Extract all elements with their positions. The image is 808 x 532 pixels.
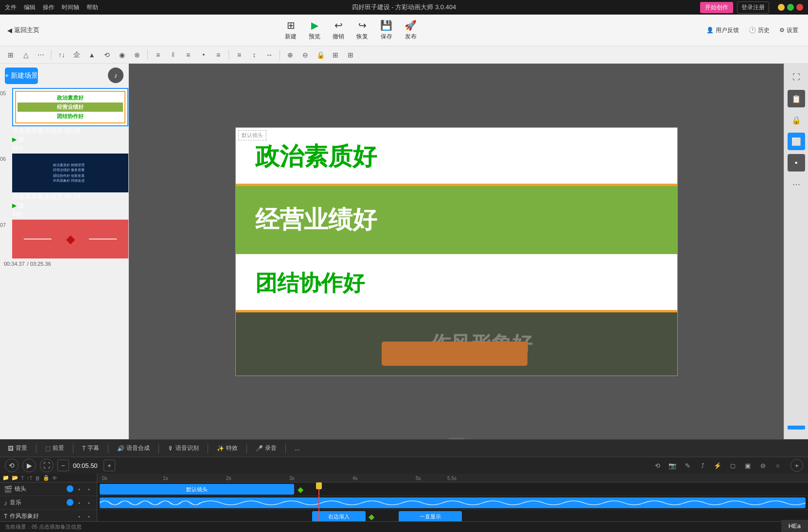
tl-tool9[interactable]: ○ bbox=[772, 459, 784, 472]
track-text1-dot1[interactable]: • bbox=[75, 513, 83, 520]
login-register-button[interactable]: 登录注册 bbox=[737, 1, 769, 14]
tl-tool2[interactable]: 📷 bbox=[666, 459, 679, 472]
right-btn-layer[interactable]: ⬜ bbox=[788, 133, 805, 150]
menu-edit[interactable]: 编辑 bbox=[24, 3, 35, 12]
window-minimize-button[interactable] bbox=[778, 4, 785, 11]
layer-caption-btn[interactable]: T 字幕 bbox=[79, 443, 102, 454]
icon-btn-7[interactable]: ⟲ bbox=[100, 48, 114, 62]
layer-bg-btn[interactable]: 🖼 背景 bbox=[5, 443, 30, 454]
wave-play-icon[interactable]: ▶ bbox=[12, 136, 17, 143]
right-btn-bottom-bar[interactable] bbox=[788, 426, 805, 429]
layer-fg-btn[interactable]: ⬚ 前景 bbox=[42, 443, 67, 454]
track-lens-dot1[interactable]: • bbox=[75, 485, 83, 493]
window-close-button[interactable] bbox=[796, 4, 803, 11]
settings-button[interactable]: ⚙ 设置 bbox=[779, 26, 798, 34]
publish-button[interactable]: 🚀 发布 bbox=[404, 19, 417, 41]
save-button[interactable]: 💾 保存 bbox=[380, 19, 392, 41]
menu-file[interactable]: 文件 bbox=[5, 3, 17, 12]
track-block-text1-right[interactable]: 右边渐入 bbox=[312, 511, 366, 521]
zoom-in-btn[interactable]: ⊕ bbox=[283, 48, 297, 62]
undo-button[interactable]: ↩ 撤销 bbox=[333, 19, 344, 41]
text-up-icon[interactable]: ↑T bbox=[27, 475, 33, 481]
tl-zoom-in-btn[interactable]: + bbox=[104, 460, 115, 471]
track-music-dot2[interactable]: • bbox=[85, 499, 93, 507]
eye-icon[interactable]: 👁 bbox=[52, 475, 57, 481]
icon-btn-16[interactable]: ↕ bbox=[247, 48, 261, 62]
tl-tool6[interactable]: ◻ bbox=[726, 459, 739, 472]
menu-operate[interactable]: 操作 bbox=[43, 3, 54, 12]
right-btn-expand[interactable]: ⛶ bbox=[788, 69, 805, 86]
tl-tool8[interactable]: ⊖ bbox=[756, 459, 769, 472]
right-btn-element[interactable]: ▪ bbox=[788, 154, 805, 172]
preview-button[interactable]: ▶ 预览 bbox=[309, 19, 320, 41]
icon-btn-8[interactable]: ◉ bbox=[115, 48, 129, 62]
menu-help[interactable]: 帮助 bbox=[87, 3, 98, 12]
feedback-button[interactable]: 👤 用户反馈 bbox=[706, 26, 739, 34]
track-block-text1-always[interactable]: 一直显示 bbox=[399, 511, 462, 521]
menu-timeline[interactable]: 时间轴 bbox=[62, 3, 79, 12]
icon-btn-6[interactable]: ▲ bbox=[85, 48, 99, 62]
right-btn-lock[interactable]: 🔒 bbox=[788, 111, 805, 129]
track-block-music[interactable] bbox=[100, 498, 806, 508]
tl-tool3[interactable]: ✎ bbox=[681, 459, 694, 472]
tl-tool4[interactable]: ⤴ bbox=[696, 459, 709, 472]
redo-button[interactable]: ↪ 恢复 bbox=[356, 19, 368, 41]
zoom-out-btn[interactable]: ⊖ bbox=[299, 48, 312, 62]
tl-play-btn[interactable]: ▶ bbox=[22, 459, 36, 472]
icon-btn-9[interactable]: ⊗ bbox=[130, 48, 144, 62]
icon-btn-17[interactable]: ↔ bbox=[263, 48, 276, 62]
icon-btn-3[interactable]: ⋯ bbox=[34, 48, 48, 62]
icon-btn-12[interactable]: ≡ bbox=[181, 48, 195, 62]
music-button[interactable]: ♪ bbox=[108, 68, 123, 83]
folder-icon[interactable]: 📁 bbox=[2, 475, 9, 481]
tl-zoom-out-btn[interactable]: − bbox=[57, 460, 69, 471]
icon-btn-4[interactable]: ↑↓ bbox=[55, 48, 69, 62]
lock-track-icon[interactable]: 🔒 bbox=[43, 475, 50, 481]
lock-icon-btn[interactable]: 🔒 bbox=[314, 48, 327, 62]
text-align-icon[interactable]: T bbox=[21, 475, 24, 481]
layer-more-btn[interactable]: ... bbox=[292, 444, 302, 453]
tl-tool7[interactable]: ▣ bbox=[741, 459, 754, 472]
icon-btn-14[interactable]: ≡ bbox=[211, 48, 225, 62]
track-music-dot1[interactable]: • bbox=[75, 499, 83, 507]
new-scene-button[interactable]: + 新建场景 bbox=[5, 68, 38, 84]
wave06-play-icon[interactable]: ▶ bbox=[12, 202, 17, 209]
copy-btn[interactable]: ⊞ bbox=[329, 48, 342, 62]
icon-btn-5[interactable]: 企 bbox=[70, 48, 84, 62]
tl-fullscreen-btn[interactable]: ⛶ bbox=[40, 459, 53, 472]
window-maximize-button[interactable] bbox=[787, 4, 794, 11]
icon-btn-15[interactable]: ≡ bbox=[232, 48, 246, 62]
paste-btn[interactable]: ⊞ bbox=[344, 48, 357, 62]
new-button[interactable]: ⊞ 新建 bbox=[285, 19, 297, 41]
back-home-button[interactable]: ◀ 返回主页 bbox=[7, 26, 39, 34]
right-btn-more[interactable]: ⋯ bbox=[788, 175, 805, 193]
right-btn-copy[interactable]: 📋 bbox=[788, 90, 805, 107]
icon-btn-13[interactable]: ⦁ bbox=[196, 48, 210, 62]
icon-btn-1[interactable]: ⊞ bbox=[4, 48, 18, 62]
track-lens-help[interactable] bbox=[67, 485, 73, 492]
icon-btn-11[interactable]: ⦀ bbox=[166, 48, 180, 62]
layer-record-btn[interactable]: 🎤 录音 bbox=[253, 443, 280, 454]
track-text1-dot2[interactable]: • bbox=[85, 513, 93, 520]
delete-icon[interactable]: 🗑 bbox=[35, 475, 40, 481]
tl-tool1[interactable]: ⟲ bbox=[651, 459, 664, 472]
tl-tool5[interactable]: ⚡ bbox=[711, 459, 724, 472]
tl-time-input[interactable]: 00:05.50 bbox=[73, 462, 100, 469]
track-lens-dot2[interactable]: • bbox=[85, 485, 93, 493]
start-create-button[interactable]: 开始创作 bbox=[700, 2, 733, 13]
folder-open-icon[interactable]: 📂 bbox=[12, 475, 18, 481]
icon-btn-2[interactable]: △ bbox=[19, 48, 33, 62]
track-block-lens[interactable]: 默认镜头 bbox=[100, 484, 294, 495]
track-music-help[interactable] bbox=[67, 499, 73, 506]
icon-btn-10[interactable]: ≡ bbox=[151, 48, 165, 62]
layer-effects-btn[interactable]: ✨ 特效 bbox=[214, 443, 241, 454]
scene-06-thumb[interactable]: 政治素质好经营业绩好 精细管理服务质量 团结协作好作风形象好 创新发展持续改进 bbox=[12, 154, 128, 192]
tl-reset-btn[interactable]: ⟲ bbox=[5, 459, 18, 472]
history-button[interactable]: 🕐 历史 bbox=[749, 26, 770, 34]
layer-voice-synth-btn[interactable]: 🔊 语音合成 bbox=[114, 443, 153, 454]
scene-05-thumb[interactable]: 政治素质好 经营业绩好 团结协作好 bbox=[12, 88, 128, 126]
layer-voice-recog-btn[interactable]: 🎙 语音识别 bbox=[165, 443, 202, 454]
canvas-expand-button[interactable]: ∨ bbox=[446, 438, 467, 439]
scene-07-thumb[interactable]: ◆ bbox=[12, 220, 128, 258]
tl-add-btn[interactable]: + bbox=[790, 459, 803, 472]
